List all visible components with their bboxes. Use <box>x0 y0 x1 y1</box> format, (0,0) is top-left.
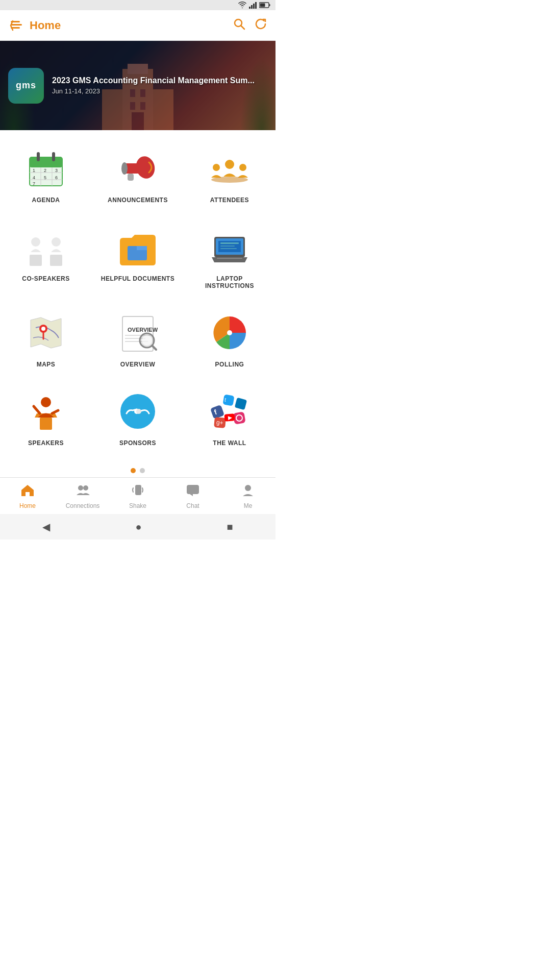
home-nav-icon <box>20 483 35 500</box>
shake-nav-label: Shake <box>129 502 146 509</box>
connections-nav-icon <box>76 483 90 500</box>
laptop-instructions-label: LAPTOP INSTRUCTIONS <box>191 275 268 289</box>
nav-item-chat[interactable]: Chat <box>172 483 213 509</box>
co-speakers-icon <box>23 224 69 270</box>
event-logo: gms <box>8 68 44 104</box>
agenda-label: AGENDA <box>32 197 60 204</box>
svg-point-44 <box>211 177 248 183</box>
svg-rect-55 <box>220 248 237 249</box>
svg-rect-56 <box>217 258 242 259</box>
svg-rect-6 <box>269 4 270 6</box>
grid-item-speakers[interactable]: SPEAKERS <box>5 383 87 452</box>
me-nav-label: Me <box>244 502 253 509</box>
grid-item-laptop-instructions[interactable]: LAPTOP INSTRUCTIONS <box>189 219 270 295</box>
svg-line-11 <box>241 26 245 29</box>
svg-rect-2 <box>253 4 255 9</box>
agenda-icon: 1 2 3 4 5 6 7 <box>23 145 69 191</box>
refresh-icon[interactable] <box>254 17 267 34</box>
connections-nav-label: Connections <box>66 502 100 509</box>
svg-rect-75 <box>210 405 224 419</box>
svg-rect-19 <box>102 89 122 130</box>
nav-item-me[interactable]: Me <box>228 483 268 509</box>
polling-label: POLLING <box>215 361 244 368</box>
svg-rect-20 <box>153 89 173 130</box>
announcements-icon <box>115 145 161 191</box>
svg-text:2: 2 <box>44 168 46 173</box>
header-actions <box>233 17 267 34</box>
svg-text:1: 1 <box>33 168 35 173</box>
android-recent-button[interactable]: ■ <box>227 521 233 533</box>
overview-label: OVERVIEW <box>120 361 155 368</box>
svg-point-65 <box>142 335 152 346</box>
pagination-dot-1[interactable] <box>131 468 136 473</box>
svg-point-74 <box>136 409 141 414</box>
battery-icon <box>259 2 270 8</box>
search-icon[interactable] <box>233 17 246 34</box>
android-back-button[interactable]: ◀ <box>42 521 50 533</box>
grid-item-attendees[interactable]: ATTENDEES <box>189 140 270 209</box>
maps-icon <box>23 310 69 356</box>
grid-item-maps[interactable]: MAPS <box>5 305 87 373</box>
svg-point-42 <box>225 160 234 169</box>
svg-rect-54 <box>220 246 235 247</box>
android-home-button[interactable]: ● <box>135 521 141 533</box>
svg-rect-45 <box>30 255 42 266</box>
grid-item-the-wall[interactable]: f t g+ THE WALL <box>189 383 270 452</box>
grid-item-helpful-documents[interactable]: HELPFUL DOCUMENTS <box>97 219 179 295</box>
announcements-label: ANNOUNCEMENTS <box>108 197 168 204</box>
svg-rect-68 <box>40 418 52 430</box>
nav-item-home[interactable]: Home <box>7 483 48 509</box>
svg-rect-22 <box>30 157 62 167</box>
svg-text:g+: g+ <box>216 419 223 426</box>
svg-line-70 <box>34 406 40 413</box>
svg-text:4: 4 <box>33 175 35 180</box>
svg-point-67 <box>227 330 232 335</box>
svg-rect-46 <box>50 255 62 266</box>
svg-rect-88 <box>135 485 141 495</box>
grid-row-2: CO-SPEAKERS HELPFUL DOCUMENTS <box>0 214 276 300</box>
grid-item-co-speakers[interactable]: CO-SPEAKERS <box>5 219 87 295</box>
signal-icon <box>249 2 257 9</box>
chat-nav-icon <box>186 483 200 500</box>
svg-rect-79 <box>235 398 247 410</box>
svg-text:3: 3 <box>55 168 58 173</box>
app-header: Home <box>0 10 276 41</box>
pagination-dots <box>0 462 276 477</box>
the-wall-label: THE WALL <box>213 439 246 447</box>
android-nav-bar: ◀ ● ■ <box>0 514 276 540</box>
svg-point-58 <box>41 327 45 331</box>
grid-item-announcements[interactable]: ANNOUNCEMENTS <box>97 140 179 209</box>
back-button[interactable] <box>8 17 24 34</box>
grid-item-polling[interactable]: POLLING <box>189 305 270 373</box>
svg-rect-23 <box>37 152 40 161</box>
pagination-dot-2[interactable] <box>140 468 145 473</box>
grid-row-4: SPEAKERS SPONSORS <box>0 378 276 457</box>
menu-grid: 1 2 3 4 5 6 7 AGENDA <box>0 130 276 462</box>
grid-item-agenda[interactable]: 1 2 3 4 5 6 7 AGENDA <box>5 140 87 209</box>
svg-point-41 <box>213 164 220 171</box>
status-bar <box>0 0 276 10</box>
svg-rect-1 <box>251 5 253 9</box>
logo-text: gms <box>16 80 36 91</box>
event-title: 2023 GMS Accounting Financial Management… <box>52 76 255 85</box>
grid-row-1: 1 2 3 4 5 6 7 AGENDA <box>0 135 276 214</box>
page-title: Home <box>30 19 233 32</box>
svg-marker-90 <box>190 494 193 496</box>
event-banner: gms 2023 GMS Accounting Financial Manage… <box>0 41 276 130</box>
overview-icon: OVERVIEW <box>115 310 161 356</box>
nav-item-connections[interactable]: Connections <box>62 483 103 509</box>
grid-item-sponsors[interactable]: SPONSORS <box>97 383 179 452</box>
grid-item-overview[interactable]: OVERVIEW OVERVIEW <box>97 305 179 373</box>
event-date: Jun 11-14, 2023 <box>52 87 255 95</box>
sponsors-label: SPONSORS <box>119 439 156 447</box>
svg-point-48 <box>52 237 61 247</box>
svg-point-47 <box>31 237 40 247</box>
svg-rect-40 <box>128 174 134 181</box>
maps-label: MAPS <box>37 361 56 368</box>
svg-rect-17 <box>140 102 145 110</box>
co-speakers-label: CO-SPEAKERS <box>22 275 70 282</box>
nav-item-shake[interactable]: Shake <box>117 483 158 509</box>
svg-point-87 <box>83 485 88 491</box>
svg-point-39 <box>121 162 128 175</box>
speakers-icon <box>23 388 69 434</box>
